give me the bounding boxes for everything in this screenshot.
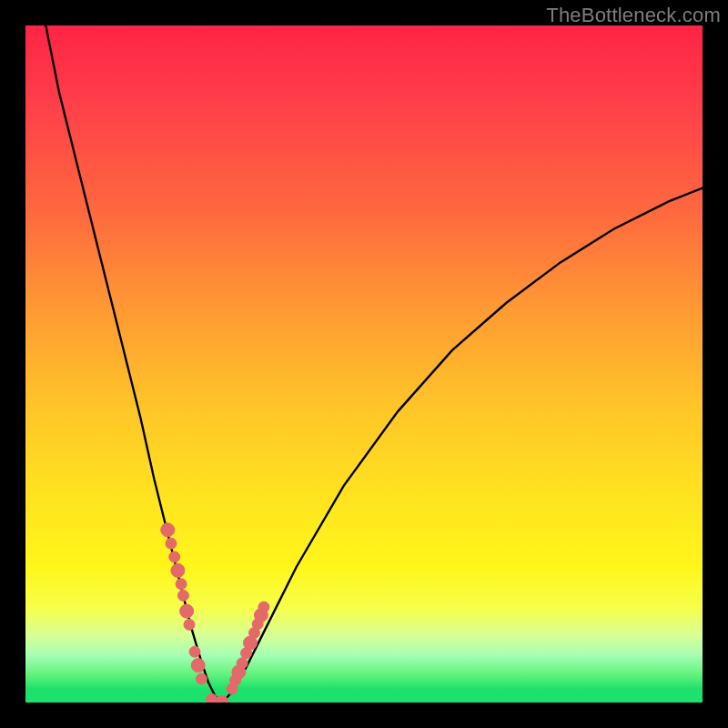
bottleneck-curve — [46, 25, 703, 703]
highlight-dot — [258, 602, 269, 612]
highlight-dot — [196, 673, 207, 684]
highlight-dot — [191, 659, 205, 672]
highlight-dot — [176, 579, 187, 590]
highlight-dot — [237, 658, 248, 669]
highlight-dot — [171, 563, 185, 577]
highlight-dot — [184, 619, 195, 630]
highlight-dot — [166, 538, 177, 549]
watermark-text: TheBottleneck.com — [546, 4, 721, 27]
highlight-dot — [161, 523, 175, 537]
outer-frame: TheBottleneck.com — [0, 0, 728, 728]
highlight-dot — [189, 646, 200, 657]
curve-layer — [25, 25, 703, 703]
plot-area — [25, 25, 703, 703]
highlight-dot — [180, 604, 194, 618]
highlight-dot — [169, 551, 180, 562]
highlight-dot — [177, 590, 188, 601]
highlight-dots — [161, 523, 269, 703]
